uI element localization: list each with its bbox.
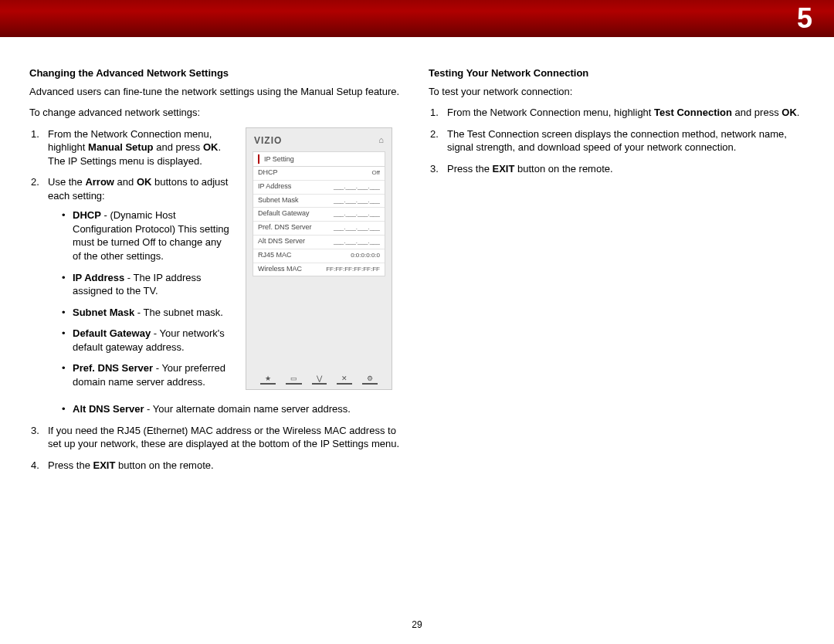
bullet-subnet: Subnet Mask - The subnet mask. bbox=[62, 306, 230, 320]
v-icon: ⋁ bbox=[312, 375, 327, 385]
fig-row-gateway: Default Gateway___.___.___.___ bbox=[253, 208, 385, 222]
left-intro: Advanced users can fine-tune the network… bbox=[29, 85, 405, 99]
right-step-1: From the Network Connection menu, highli… bbox=[429, 106, 805, 120]
figure-accent bbox=[258, 154, 259, 164]
right-heading: Testing Your Network Connection bbox=[429, 66, 805, 80]
bullet-alt-dns: Alt DNS Server - Your alternate domain n… bbox=[62, 402, 405, 416]
figure-title-row: IP Setting bbox=[253, 152, 385, 167]
left-figure-wrap: From the Network Connection menu, highli… bbox=[29, 127, 405, 397]
page-content: Changing the Advanced Network Settings A… bbox=[0, 37, 834, 480]
bullet-gateway: Default Gateway - Your network's default… bbox=[62, 327, 230, 354]
left-step-4: Press the EXIT button on the remote. bbox=[29, 459, 405, 473]
figure-table: IP Setting DHCPOff IP Address___.___.___… bbox=[253, 151, 385, 277]
fig-row-prefdns: Pref. DNS Server___.___.___.___ bbox=[253, 222, 385, 236]
home-icon: ⌂ bbox=[378, 134, 384, 146]
page-number: 29 bbox=[0, 619, 834, 630]
right-step-3: Press the EXIT button on the remote. bbox=[429, 162, 805, 176]
fig-row-wmac: Wireless MACFF:FF:FF:FF:FF:FF bbox=[253, 263, 385, 276]
chapter-number: 5 bbox=[797, 2, 812, 35]
left-column: Changing the Advanced Network Settings A… bbox=[29, 66, 405, 480]
fig-row-rj45: RJ45 MAC0:0:0:0:0:0 bbox=[253, 249, 385, 263]
fig-row-dhcp: DHCPOff bbox=[253, 167, 385, 181]
fig-row-subnet: Subnet Mask___.___.___.___ bbox=[253, 195, 385, 208]
figure-logo: VIZIO bbox=[254, 134, 282, 147]
right-column: Testing Your Network Connection To test … bbox=[429, 66, 805, 480]
left-heading: Changing the Advanced Network Settings bbox=[29, 66, 405, 80]
star-icon: ★ bbox=[260, 375, 276, 385]
figure-title: IP Setting bbox=[264, 154, 294, 164]
left-steps-narrow: From the Network Connection menu, highli… bbox=[29, 127, 230, 397]
bullet-dhcp: DHCP - (Dynamic Host Configuration Proto… bbox=[62, 208, 230, 263]
bullet-pref-dns: Pref. DNS Server - Your preferred domain… bbox=[62, 361, 230, 388]
left-step-2: Use the Arrow and OK buttons to adjust e… bbox=[29, 175, 230, 388]
figure-toolbar: ★ ▭ ⋁ ✕ ⚙ bbox=[253, 369, 385, 385]
right-intro: To test your network connection: bbox=[429, 85, 805, 99]
gear-icon: ⚙ bbox=[362, 375, 378, 385]
bullet-ip: IP Address - The IP address assigned to … bbox=[62, 271, 230, 298]
chapter-header: 5 bbox=[0, 0, 834, 37]
left-step-1: From the Network Connection menu, highli… bbox=[29, 127, 230, 168]
fig-row-ip: IP Address___.___.___.___ bbox=[253, 181, 385, 195]
ip-settings-figure: VIZIO ⌂ IP Setting DHCPOff IP Address___… bbox=[246, 127, 392, 391]
x-icon: ✕ bbox=[337, 375, 352, 385]
right-step-2: The Test Connection screen displays the … bbox=[429, 127, 805, 154]
fig-row-altdns: Alt DNS Server___.___.___.___ bbox=[253, 236, 385, 249]
left-lead: To change advanced network settings: bbox=[29, 106, 405, 120]
left-step-3: If you need the RJ45 (Ethernet) MAC addr… bbox=[29, 424, 405, 451]
rect-icon: ▭ bbox=[286, 375, 302, 385]
